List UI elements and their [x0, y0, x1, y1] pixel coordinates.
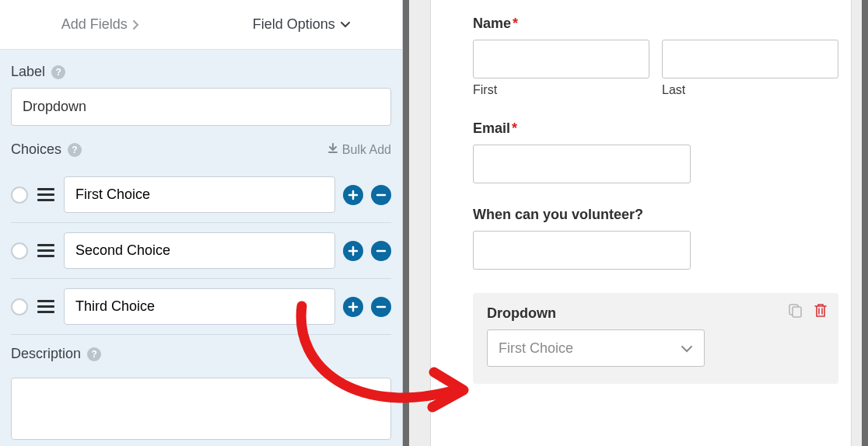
default-radio[interactable]: [11, 298, 28, 315]
field-dropdown-selected[interactable]: Dropdown First Choice: [473, 293, 838, 384]
description-section: Description ?: [11, 346, 391, 443]
help-icon[interactable]: ?: [51, 65, 65, 79]
choice-input[interactable]: [64, 288, 335, 325]
chevron-right-icon: [132, 19, 140, 30]
remove-choice-button[interactable]: [371, 241, 391, 261]
label-input[interactable]: [11, 88, 391, 126]
download-icon: [327, 143, 338, 157]
help-icon[interactable]: ?: [68, 143, 82, 157]
sidebar: Add Fields Field Options Label ?: [0, 0, 403, 446]
last-name-input[interactable]: [662, 40, 838, 78]
choice-row: [11, 279, 391, 335]
trash-icon[interactable]: [814, 302, 828, 318]
field-actions: [787, 302, 828, 318]
default-radio[interactable]: [11, 242, 28, 260]
svg-rect-1: [793, 307, 801, 317]
tab-add-fields-label: Add Fields: [61, 16, 128, 33]
drag-handle-icon[interactable]: [36, 244, 56, 257]
field-options-panel: Label ? Choices ? Bulk Add: [0, 50, 402, 443]
tabs: Add Fields Field Options: [0, 0, 402, 50]
bulk-add-button[interactable]: Bulk Add: [327, 143, 391, 157]
form-preview: Name* First Last Email*: [431, 0, 868, 446]
name-label-text: Name: [473, 16, 511, 31]
dropdown-select[interactable]: First Choice: [487, 329, 705, 367]
dropdown-selected-text: First Choice: [499, 340, 573, 357]
default-radio[interactable]: [11, 186, 28, 204]
required-asterisk: *: [513, 16, 518, 31]
field-volunteer[interactable]: When can you volunteer?: [473, 207, 838, 270]
add-choice-button[interactable]: [343, 241, 363, 261]
last-sublabel: Last: [662, 83, 838, 97]
tab-add-fields[interactable]: Add Fields: [0, 0, 201, 49]
add-choice-button[interactable]: [343, 185, 363, 205]
choices-section-header: Choices ?: [11, 141, 82, 158]
tab-field-options-label: Field Options: [253, 16, 335, 33]
choices-title: Choices: [11, 141, 61, 158]
required-asterisk: *: [512, 120, 517, 136]
panel-divider: [403, 0, 431, 446]
volunteer-label: When can you volunteer?: [473, 207, 838, 223]
choice-input[interactable]: [64, 232, 335, 269]
help-icon[interactable]: ?: [87, 347, 101, 361]
description-textarea[interactable]: [11, 378, 391, 440]
choice-input[interactable]: [64, 176, 335, 213]
drag-handle-icon[interactable]: [36, 188, 56, 201]
first-name-input[interactable]: [473, 40, 649, 78]
right-edge: [851, 0, 868, 446]
duplicate-icon[interactable]: [787, 302, 803, 318]
chevron-down-icon: [340, 21, 351, 29]
tab-field-options[interactable]: Field Options: [201, 0, 403, 49]
label-section-header: Label ?: [11, 64, 391, 80]
email-input[interactable]: [473, 145, 691, 183]
email-label-text: Email: [473, 120, 510, 136]
name-label: Name*: [473, 16, 838, 32]
choices-header: Choices ? Bulk Add: [11, 141, 391, 158]
volunteer-input[interactable]: [473, 231, 691, 270]
first-sublabel: First: [473, 83, 649, 97]
label-title: Label: [11, 64, 45, 80]
add-choice-button[interactable]: [343, 297, 363, 317]
description-header: Description ?: [11, 346, 391, 362]
choice-row: [11, 223, 391, 279]
description-title: Description: [11, 346, 81, 362]
choice-row: [11, 167, 391, 223]
bulk-add-label: Bulk Add: [342, 143, 391, 157]
drag-handle-icon[interactable]: [36, 300, 56, 313]
remove-choice-button[interactable]: [371, 185, 391, 205]
email-label: Email*: [473, 120, 838, 137]
chevron-down-icon: [681, 340, 693, 357]
field-email[interactable]: Email*: [473, 120, 838, 183]
dropdown-label: Dropdown: [487, 305, 824, 322]
field-name[interactable]: Name* First Last: [473, 16, 838, 97]
remove-choice-button[interactable]: [371, 297, 391, 317]
